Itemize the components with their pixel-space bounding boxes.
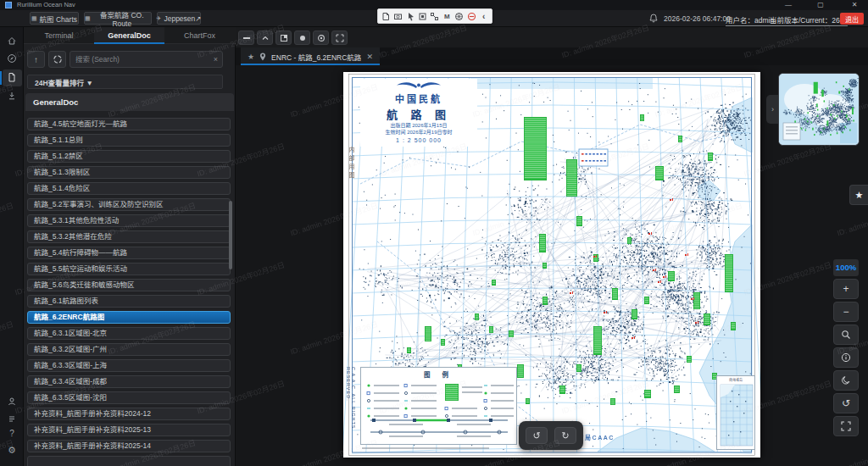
list-item[interactable]: 航路_5.1.1总则 xyxy=(27,134,231,147)
icon-rail: ? ⚙ xyxy=(0,10,24,466)
circle-dot-button[interactable] xyxy=(294,31,310,45)
pdf-page[interactable]: 中国民航 航 路 图 出版日期 2026年1月15日 生效时间 2026年2月1… xyxy=(343,72,760,458)
minimap-collapse-button[interactable]: › xyxy=(766,95,779,124)
nav-jeppesen-button[interactable]: ✈ Jeppesen↗ xyxy=(157,12,201,25)
sync-button[interactable] xyxy=(48,51,66,68)
minimap-frame[interactable] xyxy=(778,73,860,146)
dark-mode-moon-button[interactable] xyxy=(833,370,859,391)
search-clear-icon[interactable]: × xyxy=(214,54,218,64)
list-item[interactable]: 航路_5.2军事演习、训练区及防空识别区 xyxy=(27,198,231,211)
bookmark-star-button[interactable]: ★ xyxy=(849,185,868,205)
zoom-in-button[interactable]: + xyxy=(833,279,859,299)
chart-title: 航 路 图 xyxy=(360,106,477,122)
chart-eff-date: 生效时间 2026年2月19日零时 xyxy=(360,129,477,136)
download-icon[interactable] xyxy=(7,91,17,101)
rotate-right-button[interactable]: ↻ xyxy=(554,427,576,444)
legend-title: 图 例 xyxy=(361,369,516,379)
info-button[interactable] xyxy=(833,347,859,368)
list-item[interactable]: 航路_6.3.2区域图-广州 xyxy=(27,343,231,356)
list-item[interactable]: 航路_5.4航行障碍物——航路 xyxy=(27,247,231,259)
tab-chartfox[interactable]: ChartFox xyxy=(164,27,235,44)
reset-rotation-button[interactable]: ↺ xyxy=(833,393,859,413)
chart-brand: 中国民航 xyxy=(360,92,477,105)
disable-icon[interactable] xyxy=(466,11,476,22)
app-logo-icon xyxy=(5,2,12,8)
legend-box: 图 例 xyxy=(360,367,517,445)
circle-ring-button[interactable] xyxy=(313,31,329,45)
expand-arrows-button[interactable] xyxy=(331,31,348,45)
list-item[interactable]: 航路_5.5航空运动和娱乐活动 xyxy=(27,263,231,275)
username-link[interactable]: 用户名：admin xyxy=(726,14,774,26)
nav-co-route-button[interactable]: ▦ 备案航路 CO. Route xyxy=(84,12,152,25)
list-item[interactable]: 补充资料_航图手册补充资料2025-13 xyxy=(27,424,231,436)
scroll-top-button[interactable]: ↑ xyxy=(27,51,45,68)
chevron-up-button[interactable] xyxy=(257,31,273,45)
document-icon[interactable] xyxy=(7,72,17,82)
list-item[interactable]: 航路_5.1.2禁区 xyxy=(27,150,231,163)
maximize-button[interactable]: ▢ xyxy=(812,0,829,9)
tab-close-icon[interactable]: ✕ xyxy=(366,53,373,61)
close-button[interactable]: ✕ xyxy=(846,0,863,9)
globe-spokes-icon[interactable] xyxy=(454,11,465,22)
list-item[interactable]: 航路_5.3.1其他危险性活动 xyxy=(27,214,231,227)
list-item[interactable]: 航路_6.3.3区域图-上海 xyxy=(27,359,231,372)
rotate-left-button[interactable]: ↺ xyxy=(526,427,548,444)
list-item[interactable]: 航路_6.2ENRC航路图 xyxy=(27,311,231,324)
collapse-toolbar-chevron-icon[interactable]: ‹ xyxy=(479,11,489,22)
magnifier-button[interactable] xyxy=(833,325,859,345)
nav-charts-label: 航图 Charts xyxy=(40,14,77,24)
rank-filter-button[interactable]: 24H查看量排行 ▼ xyxy=(27,75,223,89)
list-item[interactable]: 航路_4.5航空地面灯光—航路 xyxy=(27,118,231,130)
search-input[interactable] xyxy=(75,52,209,67)
chart-pub-date: 出版日期 2026年1月15日 xyxy=(360,122,477,129)
scrollbar-thumb[interactable] xyxy=(229,201,232,269)
minus-bar-button[interactable] xyxy=(238,31,254,45)
help-icon[interactable]: ? xyxy=(7,429,17,439)
copyright-note: C.A.A.C. ALL RIGHTS RESERVED. xyxy=(346,367,356,448)
tab-generaldoc[interactable]: GeneralDoc xyxy=(94,27,164,44)
favorite-star-icon[interactable]: ★ xyxy=(248,53,254,61)
page-square-button[interactable] xyxy=(275,31,292,45)
nav-charts-button[interactable]: ▦ 航图 Charts xyxy=(30,12,79,25)
list-item[interactable]: 航路_6.3.4区域图-成都 xyxy=(27,375,231,388)
inset-title: 南海诸岛 xyxy=(717,377,754,382)
logout-button[interactable]: 退出 xyxy=(840,13,864,25)
notification-bell-icon[interactable] xyxy=(649,14,658,23)
list-item[interactable]: 补充资料_航图手册补充资料2024-12 xyxy=(27,408,231,420)
settings-gear-icon[interactable]: ⚙ xyxy=(7,445,17,455)
tab-terminal[interactable]: Terminal xyxy=(24,27,94,44)
compass-icon[interactable] xyxy=(7,53,17,64)
list-icon[interactable] xyxy=(7,413,17,424)
legend-caption-line xyxy=(362,447,489,449)
nav-co-route-label: 备案航路 CO. Route xyxy=(93,9,151,28)
list-item[interactable]: 航路_5.3.2其他潜在危险 xyxy=(27,230,231,243)
minimize-button[interactable]: — xyxy=(780,0,797,9)
list-item[interactable]: 航路_5.1.4危险区 xyxy=(27,182,231,195)
chart-icon: ▦ xyxy=(31,15,37,22)
list-item[interactable]: 航路_5.1.3限制区 xyxy=(27,166,231,179)
measure-icon[interactable]: M xyxy=(442,11,452,22)
document-tab-title: ENRC - 航路_6.2ENRC航路图.pdf xyxy=(271,52,361,62)
list-item[interactable] xyxy=(27,456,231,466)
list-item[interactable]: 航路_6.1航路图列表 xyxy=(27,295,231,308)
frame-select-icon[interactable] xyxy=(417,11,427,22)
minimap-thumbnail[interactable] xyxy=(779,74,859,145)
version-link[interactable]: 当前版本/Current：2602 xyxy=(770,14,848,26)
home-icon[interactable] xyxy=(7,36,17,46)
fullscreen-button[interactable] xyxy=(833,416,859,436)
location-pin-icon[interactable] xyxy=(259,53,266,61)
export-doc-icon[interactable] xyxy=(381,11,391,22)
search-box: × xyxy=(70,51,223,68)
list-item[interactable]: 航路_6.3.5区域图-沈阳 xyxy=(27,391,231,404)
document-tab[interactable]: ★ ENRC - 航路_6.2ENRC航路图.pdf ✕ xyxy=(241,47,380,65)
user-icon[interactable] xyxy=(7,397,17,407)
legend-symbols xyxy=(364,381,514,441)
zoom-out-button[interactable]: − xyxy=(833,302,859,322)
cursor-icon[interactable] xyxy=(405,11,415,22)
screenshot-icon[interactable] xyxy=(392,11,403,22)
datetime-label: 2026-02-26 06:47:00 xyxy=(664,14,731,23)
list-item[interactable]: 航路_5.6鸟类迁徙和敏感动物区 xyxy=(27,279,231,291)
list-item[interactable]: 补充资料_航图手册补充资料2025-14 xyxy=(27,440,231,452)
list-item[interactable]: 航路_6.3.1区域图-北京 xyxy=(27,327,231,340)
transform-icon[interactable] xyxy=(430,11,440,22)
